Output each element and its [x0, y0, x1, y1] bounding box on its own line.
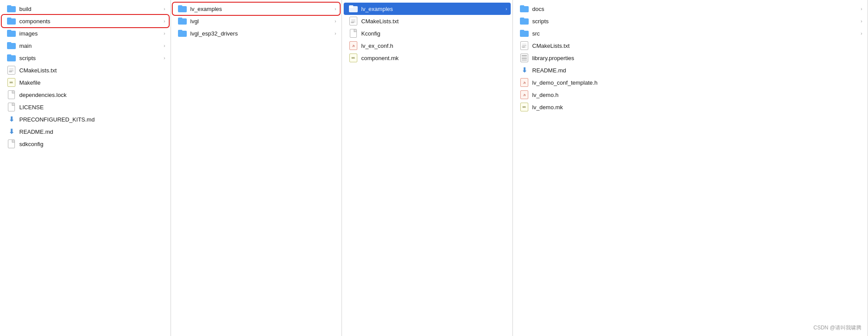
file-row-docs[interactable]: docs› — [513, 3, 868, 15]
column-4: docs›scripts›src›CMakeLists.txtlibrary.p… — [513, 0, 868, 336]
props-file-icon — [520, 54, 528, 62]
chevron-icon-lv_examples3: › — [505, 6, 507, 11]
column-3: lv_examples›CMakeLists.txtKconfig.hlv_ex… — [342, 0, 513, 336]
txt-file-icon — [520, 41, 528, 50]
file-row-lvgl_esp32[interactable]: lvgl_esp32_drivers› — [171, 27, 342, 39]
file-row-dependencies[interactable]: dependencies.lock — [0, 89, 171, 101]
file-row-lv_demo_conf[interactable]: .hlv_demo_conf_template.h — [513, 76, 868, 89]
chevron-icon-lvgl: › — [334, 18, 336, 24]
file-row-main[interactable]: main› — [0, 39, 171, 52]
column-content-2: lv_examples›lvgl›lvgl_esp32_drivers› — [171, 0, 342, 336]
file-row-images[interactable]: images› — [0, 27, 171, 39]
md-download-icon: ⬇ — [9, 128, 14, 136]
column-1: build›components›images›main›scripts›CMa… — [0, 0, 171, 336]
h-file-icon: .h — [349, 41, 357, 50]
finder-window: build›components›images›main›scripts›CMa… — [0, 0, 868, 336]
column-content-3: lv_examples›CMakeLists.txtKconfig.hlv_ex… — [342, 0, 512, 336]
file-name-readme4: README.md — [532, 67, 862, 74]
file-name-docs: docs — [532, 6, 861, 12]
file-name-lv_ex_conf: lv_ex_conf.h — [361, 43, 507, 49]
file-name-cmakelists: CMakeLists.txt — [19, 67, 165, 74]
mk-file-icon: MK — [7, 78, 15, 87]
file-row-build[interactable]: build› — [0, 3, 171, 15]
file-name-build: build — [19, 6, 164, 12]
folder-icon — [7, 54, 16, 61]
folder-icon — [7, 18, 16, 25]
folder-icon — [178, 5, 187, 12]
mk-file-icon: MK — [520, 103, 528, 111]
column-content-1: build›components›images›main›scripts›CMa… — [0, 0, 171, 336]
file-row-cmakelists[interactable]: CMakeLists.txt — [0, 64, 171, 76]
mk-file-icon: MK — [349, 54, 357, 62]
file-row-readme4[interactable]: ⬇README.md — [513, 64, 868, 76]
folder-icon — [7, 42, 16, 49]
column-content-4: docs›scripts›src›CMakeLists.txtlibrary.p… — [513, 0, 868, 336]
md-download-icon: ⬇ — [9, 115, 14, 123]
folder-icon — [178, 18, 187, 25]
file-name-license: LICENSE — [19, 104, 165, 111]
file-row-kconfig[interactable]: Kconfig — [342, 27, 512, 39]
generic-file-icon — [350, 29, 357, 38]
txt-file-icon — [7, 66, 15, 75]
file-row-scripts[interactable]: scripts› — [0, 52, 171, 64]
file-name-src: src — [532, 30, 861, 37]
file-name-lv_demo_conf: lv_demo_conf_template.h — [532, 79, 862, 86]
file-name-readme: README.md — [19, 129, 165, 135]
file-row-sdkconfig[interactable]: sdkconfig — [0, 138, 171, 150]
file-row-components[interactable]: components› — [2, 15, 169, 27]
file-name-lvgl_esp32: lvgl_esp32_drivers — [190, 30, 334, 37]
file-row-lv_examples3[interactable]: lv_examples› — [344, 3, 511, 15]
h-file-icon: .h — [520, 78, 528, 87]
folder-icon — [7, 30, 16, 37]
file-name-scripts: scripts — [19, 55, 164, 61]
file-row-lv_demo_mk[interactable]: MKlv_demo.mk — [513, 101, 868, 113]
folder-icon — [178, 30, 187, 37]
chevron-icon-main: › — [164, 43, 165, 48]
file-row-readme[interactable]: ⬇README.md — [0, 125, 171, 138]
folder-icon — [520, 18, 529, 25]
md-download-icon: ⬇ — [522, 66, 527, 74]
chevron-icon-scripts4: › — [861, 18, 862, 24]
file-row-makefile[interactable]: MKMakefile — [0, 76, 171, 89]
folder-icon — [520, 5, 529, 12]
file-name-dependencies: dependencies.lock — [19, 92, 165, 98]
file-row-lv_examples2[interactable]: lv_examples› — [173, 3, 340, 15]
chevron-icon-build: › — [164, 6, 165, 11]
file-name-sdkconfig: sdkconfig — [19, 141, 165, 147]
file-row-cmakelists4[interactable]: CMakeLists.txt — [513, 39, 868, 52]
txt-file-icon — [349, 17, 357, 25]
file-name-lv_demo_h: lv_demo.h — [532, 92, 862, 98]
watermark: CSDN @请叫我啸腾 — [813, 324, 861, 332]
file-row-component_mk[interactable]: MKcomponent.mk — [342, 52, 512, 64]
file-name-lvgl: lvgl — [190, 18, 334, 25]
column-2: lv_examples›lvgl›lvgl_esp32_drivers› — [171, 0, 342, 336]
file-name-preconfigured: PRECONFIGURED_KITS.md — [19, 116, 165, 123]
file-row-license[interactable]: LICENSE — [0, 101, 171, 113]
chevron-icon-src: › — [861, 31, 862, 36]
file-row-preconfigured[interactable]: ⬇PRECONFIGURED_KITS.md — [0, 113, 171, 125]
folder-icon — [349, 5, 358, 12]
file-row-lv_ex_conf[interactable]: .hlv_ex_conf.h — [342, 39, 512, 52]
file-name-lv_examples2: lv_examples — [190, 6, 334, 12]
chevron-icon-scripts: › — [164, 55, 165, 61]
file-name-components: components — [19, 18, 164, 25]
file-row-lvgl[interactable]: lvgl› — [171, 15, 342, 27]
generic-file-icon — [8, 139, 15, 148]
file-name-makefile: Makefile — [19, 79, 165, 86]
file-row-lv_demo_h[interactable]: .hlv_demo.h — [513, 89, 868, 101]
file-name-kconfig: Kconfig — [361, 30, 507, 37]
file-name-main: main — [19, 43, 164, 49]
file-row-lib_props[interactable]: library.properties — [513, 52, 868, 64]
folder-icon — [7, 5, 16, 12]
file-name-scripts4: scripts — [532, 18, 861, 25]
file-row-cmakelists3[interactable]: CMakeLists.txt — [342, 15, 512, 27]
folder-icon — [520, 30, 529, 37]
file-name-lv_demo_mk: lv_demo.mk — [532, 104, 862, 111]
chevron-icon-images: › — [164, 31, 165, 36]
generic-file-icon — [8, 103, 15, 111]
chevron-icon-lvgl_esp32: › — [334, 31, 336, 36]
file-row-src[interactable]: src› — [513, 27, 868, 39]
file-row-scripts4[interactable]: scripts› — [513, 15, 868, 27]
file-name-cmakelists4: CMakeLists.txt — [532, 43, 862, 49]
chevron-icon-lv_examples2: › — [334, 6, 336, 11]
